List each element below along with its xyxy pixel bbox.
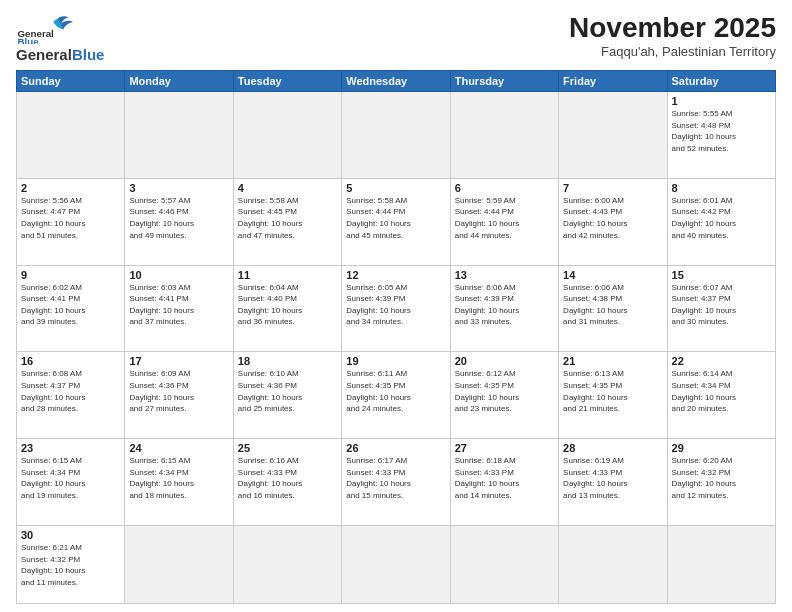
day-25: 25 Sunrise: 6:16 AMSunset: 4:33 PMDaylig… xyxy=(233,439,341,526)
day-29: 29 Sunrise: 6:20 AMSunset: 4:32 PMDaylig… xyxy=(667,439,775,526)
day-20: 20 Sunrise: 6:12 AMSunset: 4:35 PMDaylig… xyxy=(450,352,558,439)
day-15: 15 Sunrise: 6:07 AMSunset: 4:37 PMDaylig… xyxy=(667,265,775,352)
week-row-2: 2 Sunrise: 5:56 AMSunset: 4:47 PMDayligh… xyxy=(17,178,776,265)
calendar-table: Sunday Monday Tuesday Wednesday Thursday… xyxy=(16,70,776,604)
header-thursday: Thursday xyxy=(450,71,558,92)
logo-blue: Blue xyxy=(72,46,105,63)
day-2: 2 Sunrise: 5:56 AMSunset: 4:47 PMDayligh… xyxy=(17,178,125,265)
week-row-6: 30 Sunrise: 6:21 AMSunset: 4:32 PMDaylig… xyxy=(17,526,776,604)
day-16: 16 Sunrise: 6:08 AMSunset: 4:37 PMDaylig… xyxy=(17,352,125,439)
empty-cell xyxy=(559,526,667,604)
day-8: 8 Sunrise: 6:01 AMSunset: 4:42 PMDayligh… xyxy=(667,178,775,265)
empty-cell xyxy=(450,526,558,604)
empty-cell xyxy=(342,526,450,604)
empty-cell xyxy=(233,92,341,179)
day-7: 7 Sunrise: 6:00 AMSunset: 4:43 PMDayligh… xyxy=(559,178,667,265)
empty-cell xyxy=(667,526,775,604)
day-19: 19 Sunrise: 6:11 AMSunset: 4:35 PMDaylig… xyxy=(342,352,450,439)
day-22: 22 Sunrise: 6:14 AMSunset: 4:34 PMDaylig… xyxy=(667,352,775,439)
day-18: 18 Sunrise: 6:10 AMSunset: 4:36 PMDaylig… xyxy=(233,352,341,439)
header-saturday: Saturday xyxy=(667,71,775,92)
empty-cell xyxy=(233,526,341,604)
header-wednesday: Wednesday xyxy=(342,71,450,92)
day-27: 27 Sunrise: 6:18 AMSunset: 4:33 PMDaylig… xyxy=(450,439,558,526)
logo: General Blue GeneralBlue xyxy=(16,12,104,64)
day-6: 6 Sunrise: 5:59 AMSunset: 4:44 PMDayligh… xyxy=(450,178,558,265)
location-subtitle: Faqqu'ah, Palestinian Territory xyxy=(569,44,776,59)
day-24: 24 Sunrise: 6:15 AMSunset: 4:34 PMDaylig… xyxy=(125,439,233,526)
empty-cell xyxy=(450,92,558,179)
day-28: 28 Sunrise: 6:19 AMSunset: 4:33 PMDaylig… xyxy=(559,439,667,526)
day-4: 4 Sunrise: 5:58 AMSunset: 4:45 PMDayligh… xyxy=(233,178,341,265)
header-sunday: Sunday xyxy=(17,71,125,92)
day-26: 26 Sunrise: 6:17 AMSunset: 4:33 PMDaylig… xyxy=(342,439,450,526)
month-title: November 2025 xyxy=(569,12,776,44)
logo-general: General xyxy=(16,46,72,63)
header: General Blue GeneralBlue November 2025 F… xyxy=(16,12,776,64)
empty-cell xyxy=(125,526,233,604)
day-11: 11 Sunrise: 6:04 AMSunset: 4:40 PMDaylig… xyxy=(233,265,341,352)
week-row-3: 9 Sunrise: 6:02 AMSunset: 4:41 PMDayligh… xyxy=(17,265,776,352)
day-3: 3 Sunrise: 5:57 AMSunset: 4:46 PMDayligh… xyxy=(125,178,233,265)
day-14: 14 Sunrise: 6:06 AMSunset: 4:38 PMDaylig… xyxy=(559,265,667,352)
day-17: 17 Sunrise: 6:09 AMSunset: 4:36 PMDaylig… xyxy=(125,352,233,439)
header-tuesday: Tuesday xyxy=(233,71,341,92)
header-friday: Friday xyxy=(559,71,667,92)
header-monday: Monday xyxy=(125,71,233,92)
day-21: 21 Sunrise: 6:13 AMSunset: 4:35 PMDaylig… xyxy=(559,352,667,439)
empty-cell xyxy=(342,92,450,179)
day-12: 12 Sunrise: 6:05 AMSunset: 4:39 PMDaylig… xyxy=(342,265,450,352)
title-block: November 2025 Faqqu'ah, Palestinian Terr… xyxy=(569,12,776,59)
day-5: 5 Sunrise: 5:58 AMSunset: 4:44 PMDayligh… xyxy=(342,178,450,265)
week-row-5: 23 Sunrise: 6:15 AMSunset: 4:34 PMDaylig… xyxy=(17,439,776,526)
day-1: 1 Sunrise: 5:55 AMSunset: 4:48 PMDayligh… xyxy=(667,92,775,179)
week-row-1: 1 Sunrise: 5:55 AMSunset: 4:48 PMDayligh… xyxy=(17,92,776,179)
svg-text:Blue: Blue xyxy=(18,36,40,45)
empty-cell xyxy=(125,92,233,179)
week-row-4: 16 Sunrise: 6:08 AMSunset: 4:37 PMDaylig… xyxy=(17,352,776,439)
day-13: 13 Sunrise: 6:06 AMSunset: 4:39 PMDaylig… xyxy=(450,265,558,352)
day-23: 23 Sunrise: 6:15 AMSunset: 4:34 PMDaylig… xyxy=(17,439,125,526)
day-10: 10 Sunrise: 6:03 AMSunset: 4:41 PMDaylig… xyxy=(125,265,233,352)
empty-cell xyxy=(559,92,667,179)
page: General Blue GeneralBlue November 2025 F… xyxy=(0,0,792,612)
empty-cell xyxy=(17,92,125,179)
day-9: 9 Sunrise: 6:02 AMSunset: 4:41 PMDayligh… xyxy=(17,265,125,352)
day-30: 30 Sunrise: 6:21 AMSunset: 4:32 PMDaylig… xyxy=(17,526,125,604)
weekday-header-row: Sunday Monday Tuesday Wednesday Thursday… xyxy=(17,71,776,92)
logo-icon: General Blue xyxy=(16,12,76,44)
